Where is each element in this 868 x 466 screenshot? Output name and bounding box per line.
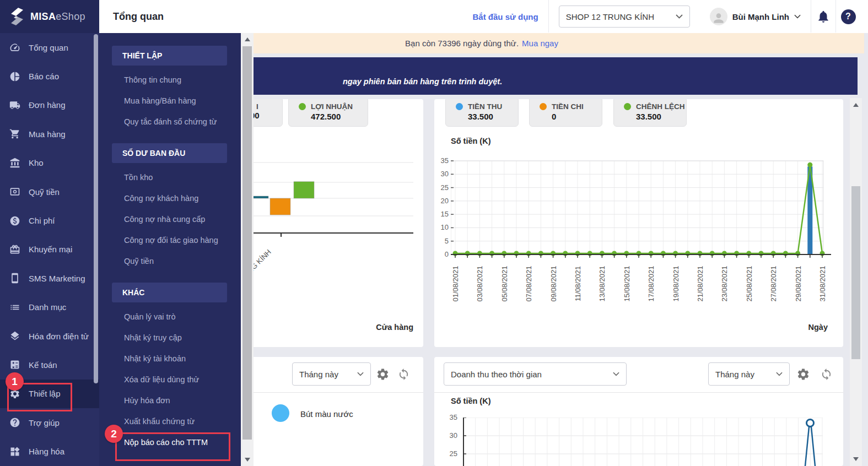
sidebar-item-label: Quỹ tiền <box>29 187 60 197</box>
y-axis-tick-label: 20 <box>434 197 449 205</box>
y-axis-tick-label: 5 <box>434 237 449 245</box>
sidebar-item-quy-tien[interactable]: Quỹ tiền <box>0 177 99 206</box>
sidebar-item-kho[interactable]: Kho <box>0 149 99 177</box>
submenu-item[interactable]: Thông tin chung <box>99 69 241 90</box>
sidebar-item-tro-giup[interactable]: Trợ giúp <box>0 408 99 437</box>
widget-refresh-button[interactable] <box>818 366 834 382</box>
submenu-item[interactable]: Công nợ đối tác giao hàng <box>99 230 241 251</box>
buy-now-link[interactable]: Mua ngay <box>522 39 558 48</box>
widget-settings-button[interactable] <box>795 366 811 382</box>
user-name: Bùi Mạnh Linh <box>732 12 789 21</box>
scroll-down-arrow-icon[interactable] <box>245 458 250 462</box>
submenu-item[interactable]: Hủy hóa đơn <box>99 390 241 411</box>
gift-icon <box>9 244 20 255</box>
safe-icon <box>9 186 20 197</box>
cashflow-yaxis-unit: Số tiền (K) <box>451 137 491 145</box>
list-icon <box>9 302 20 313</box>
header-right-cluster: Bắt đầu sử dụng SHOP 12 TRUNG KÍNH Bùi M… <box>462 0 868 33</box>
x-axis-date-label: 07/08/2021 <box>525 261 532 307</box>
submenu-item[interactable]: Quản lý vai trò <box>99 306 241 327</box>
sidebar-item-label: Trợ giúp <box>29 418 60 427</box>
sidebar-item-label: Chi phí <box>29 216 55 225</box>
x-axis-date-label: 01/08/2021 <box>451 261 459 307</box>
scroll-up-arrow-icon[interactable] <box>245 37 250 41</box>
shop-selector[interactable]: SHOP 12 TRUNG KÍNH <box>559 6 690 28</box>
y-axis-tick-label: 25 <box>443 449 457 458</box>
chevron-down-icon <box>676 14 683 19</box>
scrollbar-thumb[interactable] <box>242 46 252 440</box>
dashboard-icon <box>9 42 20 53</box>
stat-value: 33.500 <box>446 111 518 121</box>
question-icon <box>9 417 20 428</box>
refresh-icon <box>820 368 833 381</box>
phone-icon <box>9 273 20 284</box>
app-logo[interactable]: MISAeShop <box>0 0 99 33</box>
sidebar-item-label: Kế toán <box>29 360 57 370</box>
metric-selector[interactable]: Doanh thu theo thời gian <box>444 362 627 386</box>
submenu-item[interactable]: Tồn kho <box>99 167 241 188</box>
submenu-item[interactable]: Quy tắc đánh số chứng từ <box>99 111 241 132</box>
submenu-item[interactable]: Mua hàng/Bán hàng <box>99 90 241 111</box>
submenu-item[interactable]: Nhật ký tài khoản <box>99 348 241 369</box>
cashflow-chart <box>451 159 831 263</box>
sidebar-item-danh-muc[interactable]: Danh mục <box>0 293 99 322</box>
widget-refresh-button[interactable] <box>396 366 411 382</box>
status-dot <box>456 103 463 110</box>
cashflow-xaxis-title: Ngày <box>808 323 828 332</box>
promo-banner-text: ngay phiên bản bán hàng trên trình duyệt… <box>343 77 502 86</box>
status-dot <box>540 103 547 110</box>
x-axis-date-label: 05/08/2021 <box>500 261 508 307</box>
scroll-down-arrow-icon[interactable] <box>853 457 859 461</box>
x-axis-date-label: 29/08/2021 <box>794 261 802 307</box>
stat-value: 33.500 <box>614 111 686 121</box>
y-axis-tick-label: 10 <box>434 223 449 231</box>
help-button[interactable]: ? <box>836 0 860 33</box>
submenu-section-title: SỐ DƯ BAN ĐẦU <box>112 143 227 163</box>
shop-selector-value: SHOP 12 TRUNG KÍNH <box>566 12 654 21</box>
cubes-icon <box>9 446 20 457</box>
content-scrollbar[interactable] <box>850 98 862 466</box>
y-axis-tick-label: 0 <box>434 250 449 258</box>
bell-icon <box>816 9 831 24</box>
x-axis-date-label: 23/08/2021 <box>720 261 728 307</box>
submenu-scrollbar[interactable] <box>241 33 254 466</box>
sidebar-item-mua-hang[interactable]: Mua hàng <box>0 120 99 148</box>
submenu-item[interactable]: Nhật ký truy cập <box>99 327 241 348</box>
user-menu[interactable]: Bùi Mạnh Linh <box>710 8 801 25</box>
sidebar-item-khuyen-mai[interactable]: Khuyến mại <box>0 235 99 264</box>
sidebar-item-sms-marketing[interactable]: SMS Marketing <box>0 264 99 292</box>
top-header: MISAeShop Tổng quan Bắt đầu sử dụng SHOP… <box>0 0 868 33</box>
sidebar-item-label: Hóa đơn điện tử <box>29 332 89 341</box>
scroll-up-arrow-icon[interactable] <box>853 103 859 107</box>
metric-selector-value: Doanh thu theo thời gian <box>451 370 542 379</box>
submenu-item[interactable]: Xóa dữ liệu dùng thử <box>99 369 241 390</box>
period-selector[interactable]: Tháng này <box>708 362 790 386</box>
stat-label: TIỀN CHI <box>552 102 584 111</box>
y-axis-tick-label: 30 <box>434 170 449 178</box>
sidebar-item-chi-phi[interactable]: Chi phí <box>0 206 99 235</box>
x-axis-date-label: 25/08/2021 <box>745 261 753 307</box>
sidebar-scrollbar-thumb[interactable] <box>94 34 98 383</box>
sidebar-item-label: SMS Marketing <box>29 274 85 283</box>
truck-icon <box>9 100 20 111</box>
sidebar-item-don-hang[interactable]: Đơn hàng <box>0 91 99 120</box>
notifications-button[interactable] <box>811 0 835 33</box>
sidebar-item-hang-hoa[interactable]: Hàng hóa <box>0 437 99 465</box>
scrollbar-thumb[interactable] <box>851 186 860 359</box>
header-divider <box>548 0 549 32</box>
revenue-yaxis-unit: Số tiền (K) <box>451 397 491 405</box>
sidebar-item-hoa-don-dien-tu[interactable]: Hóa đơn điện tử <box>0 322 99 350</box>
period-selector[interactable]: Tháng này <box>292 362 371 386</box>
widget-settings-button[interactable] <box>375 366 390 382</box>
sidebar-item-label: Báo cáo <box>29 72 59 81</box>
sidebar-item-tong-quan[interactable]: Tổng quan <box>0 33 99 62</box>
legend-color-dot <box>272 404 289 422</box>
app-root: MISAeShop Tổng quan Bắt đầu sử dụng SHOP… <box>0 0 868 466</box>
x-axis-date-label: 19/08/2021 <box>672 261 680 307</box>
sidebar-item-bao-cao[interactable]: Báo cáo <box>0 62 99 90</box>
submenu-item[interactable]: Công nợ khách hàng <box>99 188 241 209</box>
submenu-item[interactable]: Quỹ tiền <box>99 251 241 272</box>
get-started-link[interactable]: Bắt đầu sử dụng <box>472 12 538 21</box>
store-xaxis-title: Cửa hàng <box>376 323 413 332</box>
submenu-item[interactable]: Công nợ nhà cung cấp <box>99 209 241 230</box>
